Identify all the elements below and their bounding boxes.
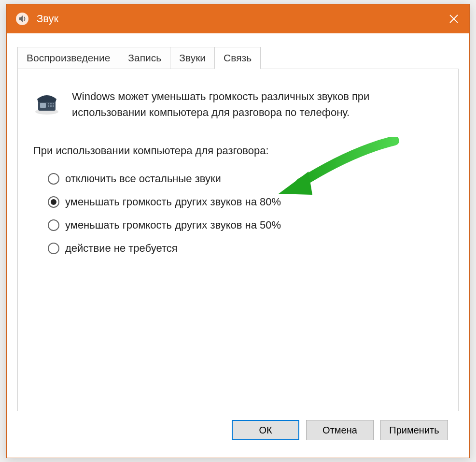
description-row: Windows может уменьшать громкость различ… bbox=[33, 88, 443, 120]
sound-dialog: Звук Воспроизведение Запись Звуки Связь bbox=[6, 4, 470, 458]
radio-group: отключить все остальные звуки уменьшать … bbox=[33, 173, 443, 255]
description-text: Windows может уменьшать громкость различ… bbox=[72, 88, 443, 120]
tab-communications[interactable]: Связь bbox=[214, 47, 261, 69]
tab-sounds[interactable]: Звуки bbox=[170, 47, 215, 69]
phone-device-icon bbox=[33, 88, 60, 116]
radio-label: действие не требуется bbox=[65, 242, 178, 255]
svg-rect-8 bbox=[53, 103, 54, 104]
radio-indicator bbox=[48, 173, 59, 185]
tab-recording[interactable]: Запись bbox=[119, 47, 170, 69]
radio-mute-all[interactable]: отключить все остальные звуки bbox=[48, 173, 443, 185]
tab-content: Windows может уменьшать громкость различ… bbox=[17, 69, 459, 411]
apply-button[interactable]: Применить bbox=[380, 420, 448, 440]
content-area: Воспроизведение Запись Звуки Связь bbox=[7, 33, 469, 458]
radio-label: уменьшать громкость других звуков на 80% bbox=[65, 196, 281, 208]
svg-rect-10 bbox=[50, 105, 52, 107]
tab-playback[interactable]: Воспроизведение bbox=[17, 47, 119, 69]
tab-bar: Воспроизведение Запись Звуки Связь bbox=[17, 47, 459, 69]
radio-indicator bbox=[48, 243, 59, 254]
svg-rect-6 bbox=[48, 103, 49, 104]
titlebar: Звук bbox=[7, 4, 469, 33]
radio-reduce-80[interactable]: уменьшать громкость других звуков на 80% bbox=[48, 196, 443, 208]
radio-label: отключить все остальные звуки bbox=[65, 173, 221, 185]
radio-label: уменьшать громкость других звуков на 50% bbox=[65, 219, 281, 231]
window-title: Звук bbox=[37, 13, 438, 25]
close-icon bbox=[449, 14, 459, 24]
ok-button[interactable]: ОК bbox=[232, 420, 299, 440]
dialog-buttons: ОК Отмена Применить bbox=[17, 411, 459, 449]
radio-do-nothing[interactable]: действие не требуется bbox=[48, 242, 443, 255]
radio-reduce-50[interactable]: уменьшать громкость других звуков на 50% bbox=[48, 219, 443, 231]
section-label: При использовании компьютера для разгово… bbox=[33, 144, 443, 157]
svg-rect-9 bbox=[48, 105, 49, 107]
svg-rect-5 bbox=[40, 103, 46, 108]
cancel-button[interactable]: Отмена bbox=[306, 420, 374, 440]
svg-rect-11 bbox=[53, 105, 54, 107]
sound-icon bbox=[14, 11, 30, 27]
svg-rect-7 bbox=[50, 103, 52, 104]
close-button[interactable] bbox=[438, 4, 469, 33]
radio-indicator bbox=[48, 196, 59, 208]
radio-indicator bbox=[48, 219, 59, 231]
